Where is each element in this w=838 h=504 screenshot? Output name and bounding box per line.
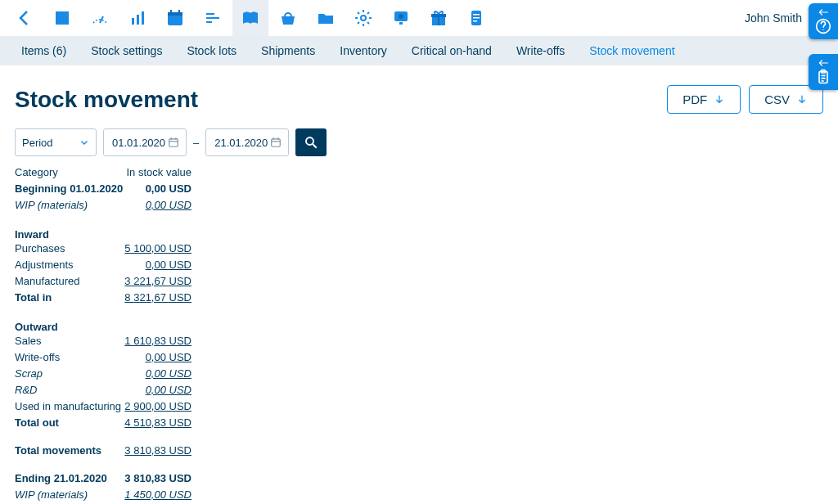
calendar-icon — [168, 137, 179, 148]
col-value: In stock value — [127, 166, 192, 178]
row-wip-begin: WIP (materials) 0,00 USD — [15, 199, 191, 215]
svg-rect-6 — [178, 10, 180, 13]
header-row: Stock movement PDF CSV — [15, 85, 823, 114]
sales-value[interactable]: 1 610,83 USD — [124, 335, 191, 347]
total-in-value[interactable]: 8 321,67 USD — [124, 291, 191, 304]
svg-rect-4 — [168, 12, 182, 16]
date-separator: – — [193, 137, 199, 149]
chevron-left-icon — [15, 8, 34, 28]
toolbar-icon-7[interactable] — [270, 0, 306, 36]
stock-movement-table: Category In stock value Beginning 01.01.… — [15, 166, 191, 504]
toolbar-icon-10[interactable] — [383, 0, 419, 36]
manufactured-value[interactable]: 3 221,67 USD — [124, 275, 191, 287]
toolbar-icon-2[interactable] — [82, 0, 118, 36]
purchases-value[interactable]: 5 100,00 USD — [124, 242, 191, 254]
toolbar-icon-12[interactable] — [458, 0, 494, 36]
svg-rect-18 — [473, 14, 480, 16]
tab-critical[interactable]: Critical on-hand — [412, 44, 492, 57]
date-to-value: 21.01.2020 — [214, 137, 268, 149]
writeoffs-label: Write-offs — [15, 351, 60, 363]
writeoffs-value[interactable]: 0,00 USD — [146, 351, 191, 363]
tab-inventory[interactable]: Inventory — [340, 44, 387, 57]
download-icon — [796, 94, 808, 106]
row-ending: Ending 21.01.2020 3 810,83 USD — [15, 472, 191, 488]
help-widget[interactable] — [809, 3, 838, 39]
beginning-value: 0,00 USD — [146, 182, 191, 195]
used-mfg-value[interactable]: 2 900,00 USD — [124, 400, 191, 412]
date-to-input[interactable]: 21.01.2020 — [205, 128, 289, 156]
total-out-value[interactable]: 4 510,83 USD — [124, 416, 191, 429]
row-rd: R&D 0,00 USD — [15, 384, 191, 400]
export-pdf-button[interactable]: PDF — [667, 85, 741, 114]
help-icon — [815, 18, 831, 34]
row-purchases: Purchases 5 100,00 USD — [15, 242, 191, 259]
tab-shipments[interactable]: Shipments — [261, 44, 315, 57]
search-button[interactable] — [295, 128, 327, 156]
top-toolbar: John Smith — [0, 0, 838, 36]
wip-begin-value[interactable]: 0,00 USD — [146, 199, 191, 211]
svg-point-12 — [399, 14, 403, 19]
arrow-left-icon — [818, 8, 829, 16]
calendar-icon — [165, 8, 185, 28]
tab-stock-lots[interactable]: Stock lots — [187, 44, 237, 57]
row-manufactured: Manufactured 3 221,67 USD — [15, 275, 191, 291]
row-sales: Sales 1 610,83 USD — [15, 335, 191, 351]
gear-icon — [354, 8, 373, 28]
toolbar-icon-4[interactable] — [157, 0, 193, 36]
col-category: Category — [15, 166, 58, 178]
used-mfg-label: Used in manufacturing — [15, 400, 121, 412]
row-writeoffs: Write-offs 0,00 USD — [15, 351, 191, 367]
toolbar-icon-11[interactable] — [421, 0, 457, 36]
toolbar-icon-8[interactable] — [308, 0, 344, 36]
toolbar-icon-6[interactable] — [232, 0, 268, 36]
export-pdf-label: PDF — [683, 92, 707, 106]
scrap-value[interactable]: 0,00 USD — [146, 367, 191, 380]
row-scrap: Scrap 0,00 USD — [15, 367, 191, 384]
row-total-movements: Total movements 3 810,83 USD — [15, 444, 191, 461]
page-title: Stock movement — [15, 87, 198, 113]
table-header-row: Category In stock value — [15, 166, 191, 182]
basket-icon — [278, 8, 298, 28]
clipboard-widget[interactable] — [809, 54, 838, 90]
toolbar-icon-5[interactable] — [195, 0, 231, 36]
adjustments-value[interactable]: 0,00 USD — [146, 259, 191, 271]
row-adjustments: Adjustments 0,00 USD — [15, 259, 191, 275]
toolbar-icon-1[interactable] — [44, 0, 80, 36]
arrow-left-icon — [818, 59, 829, 67]
svg-rect-22 — [272, 139, 281, 146]
folder-icon — [316, 8, 336, 28]
tab-write-offs[interactable]: Write-offs — [516, 44, 565, 57]
svg-rect-5 — [170, 10, 172, 13]
total-out-label: Total out — [15, 416, 59, 429]
monitor-icon — [391, 8, 411, 28]
svg-rect-13 — [399, 22, 403, 25]
back-button[interactable] — [7, 0, 43, 36]
outward-title: Outward — [15, 321, 191, 333]
tab-items[interactable]: Items (6) — [21, 44, 66, 57]
document-icon — [466, 8, 486, 28]
square-icon — [52, 8, 72, 28]
period-select[interactable]: Period — [15, 128, 97, 156]
adjustments-label: Adjustments — [15, 259, 74, 271]
tab-stock-movement[interactable]: Stock movement — [589, 44, 674, 57]
export-buttons: PDF CSV — [667, 85, 823, 114]
row-total-out: Total out 4 510,83 USD — [15, 416, 191, 433]
wip-end-value[interactable]: 1 450,00 USD — [124, 488, 191, 501]
total-movements-value[interactable]: 3 810,83 USD — [124, 444, 191, 457]
rd-value[interactable]: 0,00 USD — [146, 384, 191, 396]
calendar-icon — [270, 137, 282, 148]
scrap-label: Scrap — [15, 367, 43, 380]
tab-stock-settings[interactable]: Stock settings — [91, 44, 162, 57]
row-used-mfg: Used in manufacturing 2 900,00 USD — [15, 400, 191, 416]
toolbar-icon-9[interactable] — [345, 0, 381, 36]
chevron-down-icon — [79, 137, 89, 147]
wip-begin-label: WIP (materials) — [15, 199, 88, 211]
ending-value: 3 810,83 USD — [124, 472, 191, 484]
svg-rect-8 — [206, 17, 219, 19]
date-from-input[interactable]: 01.01.2020 — [103, 128, 187, 156]
search-icon — [304, 135, 318, 150]
user-name: John Smith — [745, 11, 802, 25]
toolbar-icon-3[interactable] — [119, 0, 155, 36]
filter-row: Period 01.01.2020 – 21.01.2020 — [15, 128, 823, 156]
download-icon — [714, 94, 725, 106]
